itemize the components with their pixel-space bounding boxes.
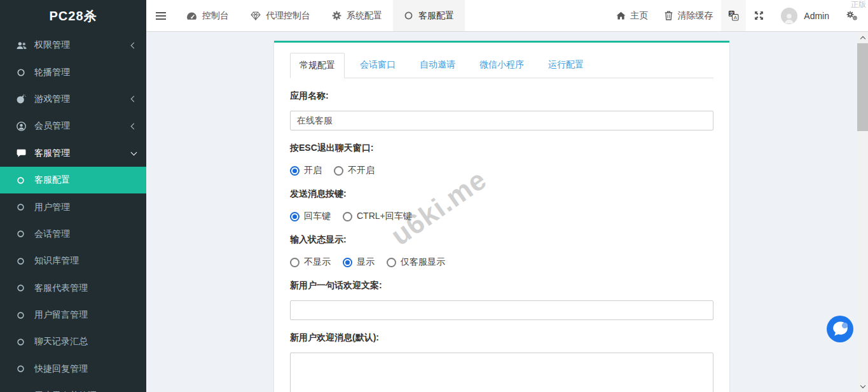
scrollbar-down-button[interactable] — [857, 381, 868, 392]
nav-item-label: 代理控制台 — [266, 10, 310, 22]
nav-language-button[interactable]: 文 A — [721, 0, 746, 31]
sidebar-item-chat-records[interactable]: 聊天记录汇总 — [0, 328, 146, 355]
sidebar-item-knowledge-base[interactable]: 知识库管理 — [0, 248, 146, 274]
app-name-label: 应用名称: — [290, 90, 713, 102]
field-new-user-oneline: 新用户一句话欢迎文案: — [290, 280, 713, 320]
sidebar-item-label: 用户管理 — [34, 202, 136, 213]
main-content: u6ki.me 常规配置 会话窗口 自动邀请 微信小程序 运行配置 应用名称: … — [146, 32, 857, 392]
tab-bar: 常规配置 会话窗口 自动邀请 微信小程序 运行配置 — [290, 53, 713, 78]
send-key-label: 发送消息按键: — [290, 188, 713, 200]
radio-typing-agent-only[interactable]: 仅客服显示 — [387, 256, 445, 268]
radio-checked-icon — [290, 212, 300, 221]
license-badge: 正版 — [851, 0, 866, 9]
gear-icon — [332, 11, 341, 20]
circle-icon — [17, 311, 34, 319]
nav-clear-cache-label: 清除缓存 — [677, 10, 713, 22]
sidebar-item-label: 会员管理 — [34, 120, 132, 132]
sidebar-item-label: 客服管理 — [34, 148, 132, 159]
radio-unchecked-icon — [387, 258, 396, 267]
nav-item-cs-config[interactable]: 客服配置 — [393, 0, 465, 31]
svg-text:A: A — [734, 15, 738, 20]
tab-session-window[interactable]: 会话窗口 — [351, 53, 404, 78]
scrollbar-thumb[interactable] — [857, 43, 868, 131]
sidebar-item-games[interactable]: 游戏管理 — [0, 86, 146, 113]
top-navbar: 控制台 代理控制台 系统配置 客服配置 — [146, 0, 868, 32]
sidebar-item-members[interactable]: 会员管理 — [0, 113, 146, 139]
typing-status-label: 输入状态显示: — [290, 234, 713, 246]
sidebar-item-label: 轮播管理 — [34, 67, 136, 78]
new-user-welcome-label: 新用户欢迎消息(默认): — [290, 332, 713, 344]
nav-clear-cache-link[interactable]: 清除缓存 — [656, 0, 721, 31]
sidebar-item-customer-service[interactable]: 客服管理 — [0, 140, 146, 167]
tab-runtime-config[interactable]: 运行配置 — [539, 53, 593, 78]
avatar — [781, 8, 797, 24]
page-scrollbar[interactable] — [857, 32, 868, 392]
nav-fullscreen-button[interactable] — [746, 0, 772, 31]
nav-item-agent-console[interactable]: 代理控制台 — [240, 0, 321, 31]
sidebar-item-permissions[interactable]: 权限管理 — [0, 32, 146, 59]
nav-item-label: 控制台 — [202, 10, 229, 22]
typing-status-options: 不显示 显示 仅客服显示 — [290, 256, 713, 268]
sidebar-item-user-mgmt[interactable]: 用户管理 — [0, 193, 146, 220]
sidebar-item-cs-config[interactable]: 客服配置 — [0, 167, 146, 193]
chat-bubble-icon — [826, 315, 854, 343]
sidebar-toggle-button[interactable] — [146, 0, 176, 31]
field-typing-status: 输入状态显示: 不显示 显示 仅客服显示 — [290, 234, 713, 268]
sidebar-item-carousel[interactable]: 轮播管理 — [0, 59, 146, 85]
gem-icon — [251, 11, 261, 20]
circle-icon — [17, 203, 34, 211]
radio-label: 仅客服显示 — [401, 256, 445, 268]
sidebar-item-label: 用户留言管理 — [34, 309, 136, 321]
nav-item-dashboard[interactable]: 控制台 — [176, 0, 240, 31]
tab-wechat-miniprogram[interactable]: 微信小程序 — [471, 53, 533, 78]
sidebar-item-user-blacklist[interactable]: 用户黑名单管理 — [0, 382, 146, 392]
tab-general-config[interactable]: 常规配置 — [290, 53, 345, 78]
general-config-form: 应用名称: 按ESC退出聊天窗口: 开启 不开启 — [290, 90, 713, 392]
sidebar-item-label: 客服代表管理 — [34, 283, 136, 294]
radio-unchecked-icon — [343, 212, 352, 221]
app-name-input[interactable] — [290, 111, 713, 130]
nav-item-system-config[interactable]: 系统配置 — [321, 0, 393, 31]
radio-label: 不开启 — [348, 165, 375, 176]
field-app-name: 应用名称: — [290, 90, 713, 130]
sidebar-item-label: 权限管理 — [34, 39, 132, 51]
sidebar-item-label: 聊天记录汇总 — [34, 336, 136, 347]
radio-label: 开启 — [304, 165, 322, 176]
cogs-icon — [846, 11, 858, 21]
radio-esc-on[interactable]: 开启 — [290, 165, 322, 176]
circle-icon — [17, 257, 34, 265]
radio-ctrl-enter-key[interactable]: CTRL+回车键 — [343, 211, 412, 222]
chat-widget-button[interactable] — [826, 315, 854, 343]
fullscreen-icon — [754, 11, 764, 20]
radio-unchecked-icon — [290, 258, 300, 267]
config-card: 常规配置 会话窗口 自动邀请 微信小程序 运行配置 应用名称: 按ESC退出聊天… — [274, 41, 729, 392]
home-icon — [616, 11, 626, 20]
radio-typing-show[interactable]: 显示 — [343, 256, 375, 268]
chevron-left-icon — [131, 123, 137, 129]
sidebar-item-cs-agents[interactable]: 客服代表管理 — [0, 275, 146, 302]
nav-home-label: 主页 — [630, 10, 648, 22]
radio-enter-key[interactable]: 回车键 — [290, 211, 331, 222]
new-user-welcome-textarea[interactable] — [290, 353, 713, 392]
scrollbar-up-button[interactable] — [857, 32, 868, 43]
radio-label: CTRL+回车键 — [357, 211, 412, 222]
username: Admin — [804, 11, 829, 21]
sidebar-item-user-messages[interactable]: 用户留言管理 — [0, 302, 146, 328]
nav-home-link[interactable]: 主页 — [608, 0, 656, 31]
esc-exit-label: 按ESC退出聊天窗口: — [290, 143, 713, 154]
tab-auto-invite[interactable]: 自动邀请 — [411, 53, 464, 78]
chevron-down-icon — [131, 149, 137, 155]
field-esc-exit: 按ESC退出聊天窗口: 开启 不开启 — [290, 143, 713, 176]
sidebar-item-label: 游戏管理 — [34, 94, 132, 105]
translate-icon: 文 A — [728, 10, 739, 21]
radio-label: 不显示 — [304, 256, 331, 268]
chevron-left-icon — [131, 42, 137, 48]
radio-label: 显示 — [357, 256, 375, 268]
radio-typing-hide[interactable]: 不显示 — [290, 256, 331, 268]
radio-esc-off[interactable]: 不开启 — [334, 165, 375, 176]
sidebar-item-session-mgmt[interactable]: 会话管理 — [0, 221, 146, 248]
sidebar-item-quick-replies[interactable]: 快捷回复管理 — [0, 356, 146, 382]
trash-icon — [665, 11, 673, 20]
new-user-oneline-input[interactable] — [290, 300, 713, 320]
nav-user-menu[interactable]: Admin — [772, 0, 838, 31]
